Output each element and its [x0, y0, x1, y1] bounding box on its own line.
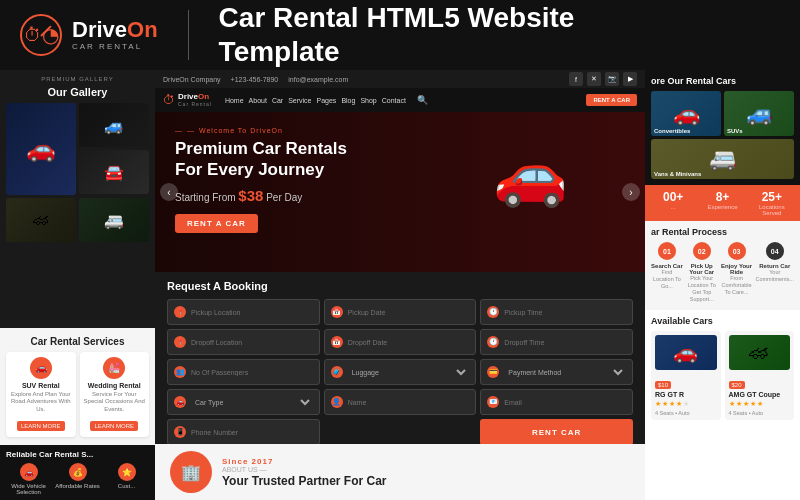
star-icon: ★ — [655, 400, 661, 408]
luggage-select[interactable]: Luggage 1 2 3+ — [348, 368, 470, 377]
service-card-desc: Explore And Plan Your Road Adventures Wi… — [9, 391, 73, 414]
custom-icon: ⭐ — [118, 463, 136, 481]
phone-icon: 📱 — [174, 426, 186, 438]
stat-number: 8+ — [699, 190, 745, 204]
car-details: 4 Seats • Auto — [655, 410, 717, 416]
nav-service[interactable]: Service — [288, 97, 311, 104]
nav-home[interactable]: Home — [225, 97, 244, 104]
stat-number: 00+ — [650, 190, 696, 204]
twitter-icon[interactable]: ✕ — [587, 72, 601, 86]
wedding-icon: 💒 — [103, 357, 125, 379]
stat-locations: 25+ Locations Served — [749, 190, 795, 216]
nav-bar: ⏱ DriveOn Car Rental Home About Car Serv… — [155, 88, 645, 112]
booking-form: 📍 📅 🕐 📍 — [167, 299, 633, 444]
logo-drive-red: On — [127, 17, 158, 42]
step-desc: Your Commitments... — [755, 269, 794, 283]
gallery-image: 🚐 — [79, 198, 149, 242]
car-rating: ★ ★ ★ ★ ★ — [729, 400, 791, 408]
step-title: Enjoy Your Ride — [721, 263, 753, 275]
step-number: 04 — [766, 242, 784, 260]
luggage-field[interactable]: 🧳 Luggage 1 2 3+ — [324, 359, 477, 385]
dropoff-date-field[interactable]: 📅 — [324, 329, 477, 355]
dropoff-time-field[interactable]: 🕐 — [480, 329, 633, 355]
calendar-icon: 📅 — [331, 336, 343, 348]
about-text: Since 2017 ABOUT US — Your Trusted Partn… — [222, 457, 386, 488]
booking-title: Request A Booking — [167, 280, 633, 292]
vehicle-icon: 🚗 — [20, 463, 38, 481]
nav-pages[interactable]: Pages — [317, 97, 337, 104]
youtube-icon[interactable]: ▶ — [623, 72, 637, 86]
booking-submit-button[interactable]: RENT CAR — [480, 419, 633, 444]
dropoff-time-input[interactable] — [504, 339, 626, 346]
hero-next-button[interactable]: › — [622, 183, 640, 201]
car-type-label: Convertibles — [654, 128, 690, 134]
payment-select[interactable]: Payment Method Credit Card Cash — [504, 368, 626, 377]
email-input[interactable] — [504, 399, 626, 406]
rent-car-nav-button[interactable]: RENT A CAR — [586, 94, 637, 106]
pickup-date-input[interactable] — [348, 309, 470, 316]
pickup-location-input[interactable] — [191, 309, 313, 316]
right-column: ore Our Rental Cars 🚗 Convertibles 🚙 SUV… — [645, 70, 800, 500]
hero-prev-button[interactable]: ‹ — [160, 183, 178, 201]
rent-a-car-button[interactable]: RENT A CAR — [175, 214, 258, 233]
nav-car[interactable]: Car — [272, 97, 283, 104]
car-type-icon: 🚗 — [174, 396, 186, 408]
pickup-time-input[interactable] — [504, 309, 626, 316]
services-title: Car Rental Services — [6, 336, 149, 347]
car-type-select[interactable]: Car Type SUV Sedan Van — [191, 398, 313, 407]
star-icon: ★ — [676, 400, 682, 408]
nav-about[interactable]: About — [249, 97, 267, 104]
process-steps: 01 Search Car Find Location To Go... 02 … — [651, 242, 794, 304]
company-name: DriveOn Company — [163, 76, 221, 83]
car-card-amg-gt[interactable]: 🏎 $20 AMG GT Coupe ★ ★ ★ ★ ★ 4 Seats • A… — [725, 331, 795, 420]
main-content: PREMIUM GALLERY Our Gallery 🚗 🚙 🚘 🏎 — [0, 70, 800, 500]
hero-title: Premium Car Rentals For Every Journey — [175, 138, 370, 181]
email-icon: 📧 — [487, 396, 499, 408]
car-type-vans[interactable]: 🚐 Vans & Minivans — [651, 139, 794, 179]
car-type-field[interactable]: 🚗 Car Type SUV Sedan Van — [167, 389, 320, 415]
car-price-badge: $20 — [729, 381, 745, 389]
process-step-2: 02 Pick Up Your Car Pick Your Location T… — [686, 242, 718, 304]
passengers-input[interactable] — [191, 369, 313, 376]
dropoff-location-input[interactable] — [191, 339, 313, 346]
phone-field[interactable]: 📱 — [167, 419, 320, 444]
feature-label: Wide Vehicle Selection — [6, 483, 51, 495]
mini-logo: ⏱ DriveOn Car Rental — [163, 93, 212, 107]
search-icon[interactable]: 🔍 — [417, 95, 428, 105]
car-type-convertibles[interactable]: 🚗 Convertibles — [651, 91, 721, 136]
nav-shop[interactable]: Shop — [360, 97, 376, 104]
car-card-rg-gtr[interactable]: 🚗 $10 RG GT R ★ ★ ★ ★ ★ 4 Seats • Auto — [651, 331, 721, 420]
instagram-icon[interactable]: 📷 — [605, 72, 619, 86]
name-field[interactable]: 👤 — [324, 389, 477, 415]
pickup-date-field[interactable]: 📅 — [324, 299, 477, 325]
top-info-bar: DriveOn Company +123-456-7890 info@examp… — [155, 70, 645, 88]
services-section: Car Rental Services 🚗 SUV Rental Explore… — [0, 328, 155, 445]
car-type-suvs[interactable]: 🚙 SUVs — [724, 91, 794, 136]
feature-rates: 💰 Affordable Rates — [55, 463, 100, 495]
pickup-location-field[interactable]: 📍 — [167, 299, 320, 325]
name-input[interactable] — [348, 399, 470, 406]
phone-submit-row: 📱 — [167, 419, 320, 444]
passengers-field[interactable]: 👥 — [167, 359, 320, 385]
phone-input[interactable] — [191, 429, 313, 436]
since-text: Since 2017 — [222, 457, 386, 466]
service-card-wedding: 💒 Wedding Rental Service For Your Specia… — [80, 352, 150, 437]
dropoff-location-field[interactable]: 📍 — [167, 329, 320, 355]
star-icon: ★ — [757, 400, 763, 408]
learn-more-button[interactable]: LEARN MORE — [17, 421, 65, 431]
nav-contact[interactable]: Contact — [382, 97, 406, 104]
dropoff-date-input[interactable] — [348, 339, 470, 346]
social-icons: f ✕ 📷 ▶ — [569, 72, 637, 86]
car-details: 4 Seats • Auto — [729, 410, 791, 416]
about-heading: Your Trusted Partner For Car — [222, 474, 386, 488]
since-badge: 🏢 — [170, 451, 212, 493]
step-number: 02 — [693, 242, 711, 260]
pickup-time-field[interactable]: 🕐 — [480, 299, 633, 325]
payment-field[interactable]: 💳 Payment Method Credit Card Cash — [480, 359, 633, 385]
reliable-features: 🚗 Wide Vehicle Selection 💰 Affordable Ra… — [6, 463, 149, 495]
process-step-3: 03 Enjoy Your Ride From Comfortable To C… — [721, 242, 753, 304]
learn-more-button[interactable]: LEARN MORE — [90, 421, 138, 431]
email-field[interactable]: 📧 — [480, 389, 633, 415]
facebook-icon[interactable]: f — [569, 72, 583, 86]
nav-blog[interactable]: Blog — [341, 97, 355, 104]
